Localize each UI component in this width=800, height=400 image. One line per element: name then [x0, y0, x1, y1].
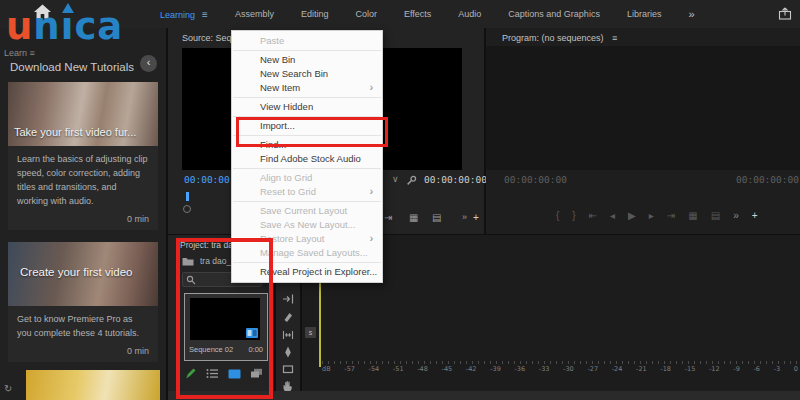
meter-scale-label: -9	[733, 365, 739, 373]
menu-item-view-hidden[interactable]: View Hidden	[232, 100, 382, 114]
program-panel-title: Program: (no sequences) ≡	[502, 33, 617, 43]
program-title-label: Program: (no sequences)	[502, 33, 604, 43]
workspace-tab-libraries[interactable]: Libraries	[627, 9, 662, 19]
workspace-tab-color[interactable]: Color	[355, 9, 377, 19]
menu-item-save-as-new-layout[interactable]: Save As New Layout...	[232, 218, 382, 232]
audio-meter-ticks	[322, 361, 798, 364]
menu-item-align-to-grid[interactable]: Align to Grid	[232, 171, 382, 185]
tutorial-card-2[interactable]: Create your first video Get to know Prem…	[8, 242, 158, 362]
workspace-tab-label: Learning	[160, 10, 195, 20]
menu-item-label: Manage Saved Layouts...	[260, 247, 368, 258]
workspace-tab-audio[interactable]: Audio	[458, 9, 481, 19]
menu-item-reset-to-grid[interactable]: Reset to Grid›	[232, 185, 382, 199]
go-to-out-icon[interactable]: ⇥	[384, 212, 392, 223]
menu-item-find-adobe-stock-audio[interactable]: Find Adobe Stock Audio	[232, 152, 382, 166]
learn-panel-title: Download New Tutorials	[10, 61, 134, 73]
workspace-tab-effects[interactable]: Effects	[404, 9, 431, 19]
tutorial-card-1-body: Learn the basics of adjusting clip speed…	[8, 146, 158, 230]
menu-item-label: New Bin	[260, 54, 295, 65]
premiere-pro-app: Learning≡ Assembly Editing Color Effects…	[0, 0, 800, 400]
menu-item-paste[interactable]: Paste	[232, 34, 382, 48]
workspace-menu-icon[interactable]: ≡	[202, 9, 208, 20]
unica-logo: unıca	[6, 6, 123, 49]
menu-item-label: Align to Grid	[260, 172, 312, 183]
export-frame-icon[interactable]: ▦	[409, 212, 418, 223]
meter-scale-label: dB	[322, 365, 331, 373]
extract-icon[interactable]: ▤	[711, 210, 720, 221]
menu-item-new-item[interactable]: New Item›	[232, 81, 382, 95]
submenu-arrow-icon: ›	[370, 185, 373, 199]
source-playhead[interactable]	[186, 192, 189, 201]
panel-menu-icon[interactable]: ≡	[30, 48, 35, 58]
track-select-tool-icon[interactable]	[282, 293, 294, 305]
highlight-box-import	[236, 117, 388, 147]
meter-scale-label: -57	[344, 365, 355, 373]
workspace-tab-captions-graphics[interactable]: Captions and Graphics	[508, 9, 600, 19]
rectangle-tool-icon[interactable]	[282, 363, 294, 375]
meter-scale-label: -15	[685, 365, 696, 373]
menu-item-label: Reset to Grid	[260, 186, 316, 197]
more-buttons-icon[interactable]: »	[733, 210, 739, 221]
insert-icon[interactable]: ▤	[432, 212, 441, 223]
step-back-icon[interactable]: ◂	[610, 210, 615, 221]
settings-wrench-icon[interactable]	[406, 175, 417, 186]
mark-out-icon[interactable]: }	[572, 210, 575, 221]
meter-scale-label: -39	[490, 365, 501, 373]
zoom-level-dropdown-icon[interactable]: ∨	[392, 174, 399, 184]
meter-scale-label: -54	[369, 365, 380, 373]
menu-item-label: Save As New Layout...	[260, 219, 356, 230]
tutorial-card-1-description: Learn the basics of adjusting clip speed…	[17, 153, 149, 209]
meter-scale-label: -33	[539, 365, 550, 373]
export-icon[interactable]	[778, 6, 792, 21]
logo-letter-i-arrow-icon: ı	[61, 5, 75, 48]
menu-item-label: View Hidden	[260, 101, 313, 112]
tutorial-card-1[interactable]: Take your first video fur... Learn the b…	[8, 82, 158, 230]
submenu-arrow-icon: ›	[370, 81, 373, 95]
sync-status-icon[interactable]: ↻	[4, 383, 12, 394]
collapse-panel-button[interactable]: ‹	[140, 55, 157, 72]
workspace-overflow-icon[interactable]: »	[688, 8, 694, 20]
meter-scale-label: -30	[563, 365, 574, 373]
lift-icon[interactable]: ▦	[688, 210, 697, 221]
source-scrubber-handle[interactable]	[183, 205, 191, 213]
workspace-tab-learning[interactable]: Learning≡	[160, 9, 208, 20]
workspace-tab-editing[interactable]: Editing	[301, 9, 329, 19]
menu-item-new-bin[interactable]: New Bin	[232, 53, 382, 67]
tutorial-card-3-image[interactable]	[26, 370, 160, 400]
razor-tool-icon[interactable]	[282, 311, 294, 323]
tutorial-card-2-body: Get to know Premiere Pro as you complete…	[8, 306, 158, 362]
button-editor-add-icon[interactable]: +	[473, 212, 479, 223]
menu-item-save-current-layout[interactable]: Save Current Layout	[232, 204, 382, 218]
go-to-in-icon[interactable]: ⇤	[589, 210, 597, 221]
meter-scale-label: -18	[660, 365, 671, 373]
tutorial-card-1-title: Take your first video fur...	[14, 126, 136, 138]
menu-item-label: Save Current Layout	[260, 205, 347, 216]
tutorial-card-2-image: Create your first video	[8, 242, 158, 306]
play-icon[interactable]: ▶	[628, 210, 636, 221]
source-duration-timecode: 00:00:00:00	[424, 174, 476, 185]
highlight-box-project-panel	[176, 238, 273, 399]
button-editor-add-icon[interactable]: +	[752, 210, 758, 221]
more-buttons-icon[interactable]: »	[462, 212, 467, 222]
tutorial-card-2-duration: 0 min	[17, 346, 149, 356]
go-to-out-icon[interactable]: ⇥	[667, 210, 675, 221]
program-duration-timecode: 00:00:00:00	[736, 174, 792, 185]
tutorial-card-2-title: Create your first video	[20, 266, 133, 278]
mark-in-icon[interactable]: {	[556, 210, 559, 221]
logo-letter-u: u	[6, 5, 33, 48]
meter-scale-label: -24	[612, 365, 623, 373]
logo-letter-n: n	[33, 5, 60, 48]
pen-tool-icon[interactable]	[282, 346, 294, 358]
logo-letters-ca: ca	[74, 5, 123, 48]
step-forward-icon[interactable]: ▸	[649, 210, 654, 221]
workspace-switcher: Learning≡ Assembly Editing Color Effects…	[160, 0, 695, 28]
menu-item-label: New Item	[260, 82, 300, 93]
track-sync-lock-badge[interactable]: s	[305, 327, 316, 338]
tutorial-card-2-description: Get to know Premiere Pro as you complete…	[17, 313, 149, 341]
learn-panel-tab[interactable]: Learn ≡	[4, 48, 35, 58]
slip-tool-icon[interactable]	[282, 329, 294, 341]
workspace-tab-assembly[interactable]: Assembly	[235, 9, 274, 19]
panel-menu-icon[interactable]: ≡	[612, 33, 617, 43]
menu-item-new-search-bin[interactable]: New Search Bin	[232, 67, 382, 81]
meter-scale-label: -45	[442, 365, 453, 373]
